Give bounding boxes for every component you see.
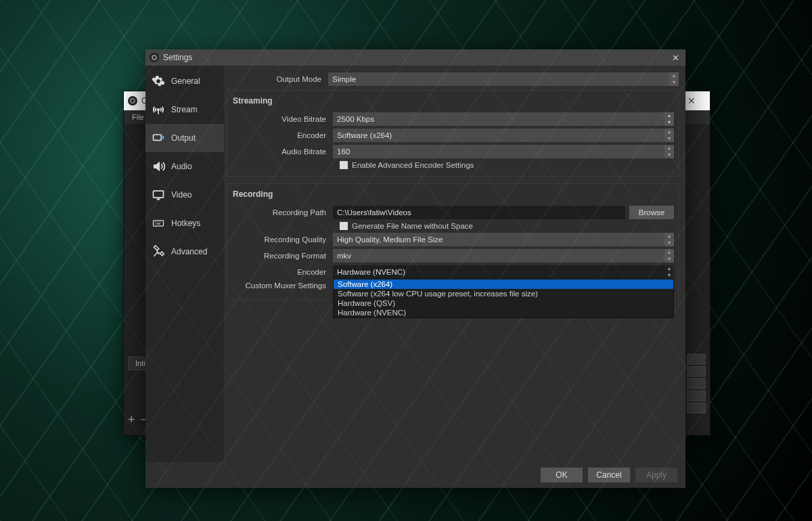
control-button[interactable]	[687, 390, 706, 401]
monitor-icon	[151, 187, 166, 202]
dropdown-option[interactable]: Software (x264 low CPU usage preset, inc…	[334, 289, 673, 298]
recording-encoder-dropdown[interactable]: Software (x264) Software (x264 low CPU u…	[333, 279, 674, 318]
output-icon	[151, 131, 166, 145]
sidebar-item-label: Advanced	[171, 247, 207, 256]
row-enable-advanced[interactable]: Enable Advanced Encoder Settings	[340, 161, 674, 169]
sidebar-item-hotkeys[interactable]: Hotkeys	[145, 209, 224, 237]
output-mode-select[interactable]: Simple	[328, 72, 679, 86]
browse-button[interactable]: Browse	[629, 206, 674, 219]
keyboard-icon	[151, 216, 166, 231]
spinner-arrows-icon	[664, 112, 674, 126]
group-recording: Recording Recording Path C:\Users\fatiw\…	[227, 183, 679, 300]
obs-logo-icon	[128, 96, 137, 106]
gear-icon	[151, 74, 166, 89]
label-recording-format: Recording Format	[231, 252, 333, 260]
add-scene-button[interactable]: +	[128, 413, 135, 427]
group-title-streaming: Streaming	[231, 93, 674, 110]
chevron-updown-icon	[664, 233, 674, 246]
chevron-updown-icon	[664, 145, 674, 158]
sidebar-item-general[interactable]: General	[145, 67, 224, 95]
obs-logo-icon	[150, 53, 159, 62]
settings-dialog: Settings ✕ General Stream	[145, 49, 685, 488]
ok-button[interactable]: OK	[541, 468, 583, 482]
video-bitrate-spinner[interactable]: 2500 Kbps	[333, 112, 674, 126]
sidebar-item-audio[interactable]: Audio	[145, 152, 224, 181]
svg-rect-2	[154, 191, 164, 198]
control-button[interactable]	[687, 403, 706, 413]
settings-footer: OK Cancel Apply	[145, 462, 685, 488]
audio-bitrate-select[interactable]: 160	[333, 145, 674, 158]
label-recording-encoder: Encoder	[231, 268, 333, 276]
checkbox-icon[interactable]	[340, 222, 348, 230]
sidebar-item-advanced[interactable]: Advanced	[145, 237, 224, 266]
chevron-updown-icon	[664, 265, 674, 279]
scene-add-remove: + −	[128, 413, 148, 427]
group-streaming: Streaming Video Bitrate 2500 Kbps Encode…	[227, 90, 679, 177]
apply-button: Apply	[635, 468, 677, 482]
label-output-mode: Output Mode	[227, 75, 328, 83]
row-gen-filename[interactable]: Generate File Name without Space	[340, 222, 674, 230]
label-video-bitrate: Video Bitrate	[231, 115, 333, 123]
label-enable-advanced: Enable Advanced Encoder Settings	[352, 161, 474, 169]
dropdown-option[interactable]: Hardware (QSV)	[334, 298, 673, 308]
chevron-updown-icon	[669, 72, 679, 86]
checkbox-icon[interactable]	[340, 161, 348, 169]
close-icon: ✕	[687, 95, 696, 106]
settings-content: Output Mode Simple Streaming Video Bitra…	[224, 66, 685, 462]
recording-format-select[interactable]: mkv	[333, 249, 674, 263]
dropdown-option[interactable]: Hardware (NVENC)	[334, 308, 673, 317]
sidebar-item-video[interactable]: Video	[145, 181, 224, 209]
sidebar-item-stream[interactable]: Stream	[145, 95, 224, 124]
dropdown-option[interactable]: Software (x264)	[334, 279, 673, 289]
settings-titlebar[interactable]: Settings ✕	[145, 49, 685, 66]
label-stream-encoder: Encoder	[231, 131, 333, 139]
row-output-mode: Output Mode Simple	[227, 72, 679, 86]
sidebar-item-label: Hotkeys	[171, 219, 200, 228]
speaker-icon	[151, 159, 166, 174]
control-buttons-stack	[687, 354, 706, 415]
label-audio-bitrate: Audio Bitrate	[231, 148, 333, 156]
group-title-recording: Recording	[231, 187, 674, 203]
svg-rect-1	[154, 135, 162, 140]
chevron-updown-icon	[664, 129, 674, 142]
sidebar-item-output[interactable]: Output	[145, 124, 224, 152]
control-button[interactable]	[687, 378, 706, 389]
chevron-updown-icon	[664, 249, 674, 263]
stream-encoder-select[interactable]: Software (x264)	[333, 129, 674, 142]
svg-rect-3	[154, 221, 164, 226]
settings-close-button[interactable]: ✕	[669, 51, 681, 64]
label-recording-path: Recording Path	[231, 208, 333, 217]
sidebar-item-label: Audio	[171, 162, 192, 171]
recording-encoder-select[interactable]: Hardware (NVENC)	[333, 265, 674, 279]
sidebar-item-label: Video	[171, 190, 191, 200]
label-recording-quality: Recording Quality	[231, 235, 333, 244]
label-gen-filename: Generate File Name without Space	[352, 222, 473, 230]
recording-path-input[interactable]: C:\Users\fatiw\Videos	[333, 206, 625, 219]
cancel-button[interactable]: Cancel	[588, 468, 630, 482]
settings-title: Settings	[163, 53, 192, 62]
control-button[interactable]	[687, 366, 706, 377]
sidebar-item-label: Output	[171, 133, 196, 143]
settings-sidebar: General Stream Output Audio	[145, 66, 224, 462]
recording-quality-select[interactable]: High Quality, Medium File Size	[333, 233, 674, 246]
close-icon: ✕	[672, 53, 679, 63]
tools-icon	[151, 244, 166, 259]
label-custom-muxer: Custom Muxer Settings	[231, 281, 333, 290]
sidebar-item-label: General	[171, 76, 200, 86]
sidebar-item-label: Stream	[171, 105, 198, 114]
control-button[interactable]	[687, 354, 706, 365]
antenna-icon	[151, 102, 166, 117]
